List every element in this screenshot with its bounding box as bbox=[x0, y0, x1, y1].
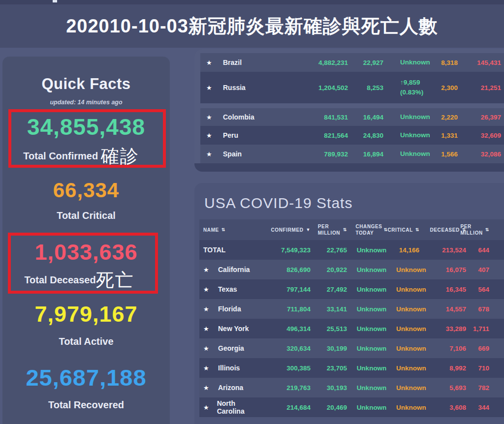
column-header-critical[interactable]: CRITICAL⇅ bbox=[396, 227, 419, 233]
critical-value: Unknown bbox=[396, 266, 419, 273]
deceased-value: 16,345 bbox=[419, 286, 466, 293]
changes-today-value: Unknown bbox=[383, 149, 436, 159]
per-million-value: 22,927 bbox=[348, 59, 383, 66]
star-icon[interactable]: ★ bbox=[203, 384, 210, 392]
deceased-value: 145,431 bbox=[458, 59, 501, 66]
changes-today-value: Unknown bbox=[347, 246, 396, 254]
table-row: ★Russia 1,204,502 8,253 ↑9,859 (0.83%) 2… bbox=[200, 72, 504, 103]
total-active-value: 7,979,167 bbox=[2, 302, 170, 327]
star-icon[interactable]: ★ bbox=[206, 114, 213, 121]
usa-stats-title: USA COVID-19 Stats bbox=[199, 195, 504, 212]
world-table-card: ★Brazil 4,882,231 22,927 Unknown 8,318 1… bbox=[194, 49, 504, 172]
quick-facts-updated: updated: 14 minutes ago bbox=[2, 99, 170, 106]
sort-icon: ⇅ bbox=[415, 227, 419, 232]
top-notch bbox=[53, 0, 57, 2]
confirmed-value: 821,564 bbox=[311, 132, 348, 139]
per-million-2-value: 564 bbox=[466, 286, 489, 293]
state-name: Texas bbox=[218, 285, 237, 293]
confirmed-value: 7,549,323 bbox=[253, 246, 311, 254]
table-row: ★Spain 789,932 16,894 Unknown 1,566 32,0… bbox=[200, 145, 504, 163]
deceased-value: 3,608 bbox=[419, 404, 466, 411]
usa-stats-card: USA COVID-19 Stats NAME⇅ CONFIRMED▼ PER … bbox=[194, 183, 504, 424]
per-million-value: 8,253 bbox=[348, 84, 383, 91]
star-icon[interactable]: ★ bbox=[206, 84, 213, 91]
per-million-2-value: 407 bbox=[466, 266, 489, 273]
star-icon[interactable]: ★ bbox=[203, 404, 209, 411]
total-deceased-label-en: Total Deceased bbox=[24, 274, 95, 285]
quick-facts-title: Quick Facts bbox=[2, 75, 170, 93]
deceased-value: 32,086 bbox=[458, 151, 501, 158]
per-million-value: 20,922 bbox=[311, 266, 347, 273]
per-million-value: 16,494 bbox=[348, 114, 383, 121]
column-header-name[interactable]: NAME⇅ bbox=[199, 227, 253, 233]
table-row: ★North Carolina 214,684 20,469 Unknown U… bbox=[199, 397, 504, 417]
total-active-label: Total Active bbox=[2, 336, 170, 347]
star-icon[interactable]: ★ bbox=[206, 59, 213, 66]
changes-today-value: Unknown bbox=[383, 58, 436, 67]
deceased-value: 21,251 bbox=[458, 84, 501, 91]
changes-today-value: Unknown bbox=[383, 112, 436, 122]
confirmed-value: 711,804 bbox=[253, 305, 311, 313]
table-row: ★Peru 821,564 24,830 Unknown 1,331 32,60… bbox=[200, 126, 504, 145]
per-million-2-value: 1,711 bbox=[466, 325, 489, 333]
changes-today-value: Unknown bbox=[347, 325, 396, 333]
critical-value: Unknown bbox=[396, 345, 419, 352]
sort-icon: ⇅ bbox=[343, 227, 347, 232]
per-million-value: 16,894 bbox=[348, 151, 383, 158]
table-row: ★Texas 797,144 27,492 Unknown Unknown 16… bbox=[199, 279, 504, 299]
column-header-per-million-2[interactable]: PER MILLION⇅ bbox=[466, 223, 489, 236]
critical-value: Unknown bbox=[396, 364, 419, 372]
star-icon[interactable]: ★ bbox=[203, 266, 210, 273]
total-critical-label: Total Critical bbox=[2, 210, 170, 221]
critical-value: 1,566 bbox=[436, 151, 458, 158]
table-row: ★Colombia 841,531 16,494 Unknown 2,220 2… bbox=[200, 108, 504, 126]
page-header: 202010-10-03新冠肺炎最新確診與死亡人數 bbox=[0, 4, 504, 48]
per-million-value: 25,513 bbox=[311, 325, 347, 333]
country-name: Spain bbox=[223, 150, 242, 158]
confirmed-value: 214,684 bbox=[253, 404, 311, 411]
state-name: Arizona bbox=[218, 384, 243, 392]
total-critical-value: 66,334 bbox=[2, 179, 170, 202]
per-million-value: 22,765 bbox=[311, 246, 347, 254]
changes-today-value: Unknown bbox=[347, 266, 396, 273]
column-header-per-million[interactable]: PER MILLION⇅ bbox=[311, 223, 347, 236]
confirmed-value: 841,531 bbox=[311, 114, 348, 121]
changes-today-value: Unknown bbox=[347, 364, 396, 372]
total-deceased-label: Total Deceased死亡 bbox=[2, 268, 170, 293]
star-icon[interactable]: ★ bbox=[203, 305, 210, 313]
critical-value: 14,166 bbox=[396, 246, 419, 254]
top-strip bbox=[0, 0, 504, 4]
star-icon[interactable]: ★ bbox=[203, 325, 210, 333]
deceased-value: 5,693 bbox=[419, 384, 466, 392]
confirmed-value: 219,763 bbox=[253, 384, 311, 392]
page-title: 202010-10-03新冠肺炎最新確診與死亡人數 bbox=[0, 4, 504, 48]
table-row: ★California 826,690 20,922 Unknown Unkno… bbox=[199, 260, 504, 279]
deceased-value: 26,397 bbox=[458, 114, 501, 121]
deceased-value: 16,075 bbox=[419, 266, 466, 273]
changes-today-value: Unknown bbox=[347, 404, 396, 411]
per-million-value: 24,830 bbox=[348, 132, 383, 139]
confirmed-value: 797,144 bbox=[253, 286, 311, 293]
confirmed-value: 1,204,502 bbox=[311, 84, 348, 91]
star-icon[interactable]: ★ bbox=[203, 345, 210, 352]
star-icon[interactable]: ★ bbox=[203, 286, 210, 293]
quick-facts-panel: Quick Facts updated: 14 minutes ago 34,8… bbox=[2, 57, 170, 424]
confirmed-value: 4,882,231 bbox=[311, 59, 348, 66]
state-name: Florida bbox=[218, 305, 241, 313]
star-icon[interactable]: ★ bbox=[206, 132, 213, 139]
state-name: North Carolina bbox=[217, 399, 253, 415]
confirmed-value: 320,634 bbox=[253, 345, 311, 352]
critical-value: Unknown bbox=[396, 404, 419, 411]
column-header-confirmed[interactable]: CONFIRMED▼ bbox=[253, 227, 311, 233]
confirmed-value: 300,385 bbox=[253, 364, 311, 372]
sort-icon: ⇅ bbox=[485, 227, 489, 232]
table-row: ★Georgia 320,634 30,199 Unknown Unknown … bbox=[199, 338, 504, 358]
table-row: ★Florida 711,804 33,141 Unknown Unknown … bbox=[199, 299, 504, 319]
state-name: Georgia bbox=[218, 344, 244, 352]
critical-value: 2,300 bbox=[436, 84, 458, 91]
star-icon[interactable]: ★ bbox=[203, 364, 210, 372]
table-row: ★Illinois 300,385 23,705 Unknown Unknown… bbox=[199, 358, 504, 378]
state-name: TOTAL bbox=[203, 246, 225, 254]
star-icon[interactable]: ★ bbox=[206, 151, 213, 158]
column-header-deceased[interactable]: DECEASED⇅ bbox=[419, 227, 466, 233]
